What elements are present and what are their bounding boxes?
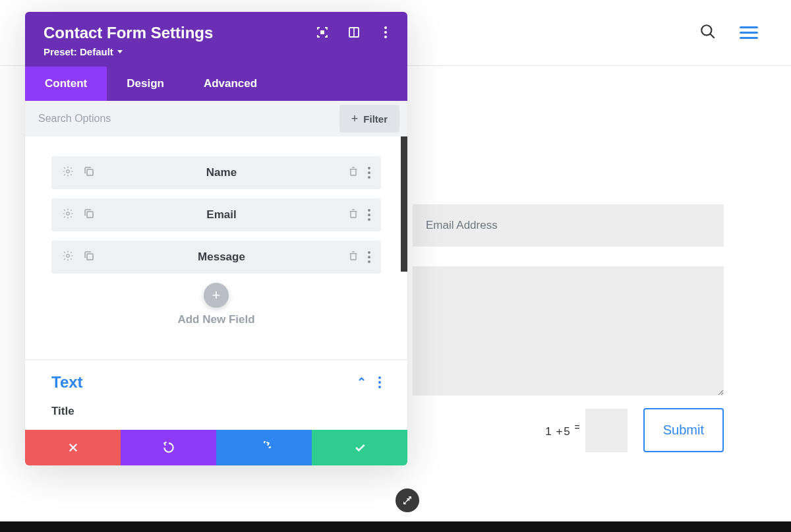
search-icon[interactable]: [699, 23, 717, 43]
svg-line-1: [710, 34, 715, 38]
field-label: Message: [95, 251, 348, 264]
redo-button[interactable]: [216, 430, 312, 465]
gear-icon[interactable]: [62, 250, 74, 264]
submit-button[interactable]: Submit: [643, 408, 724, 452]
search-options-input[interactable]: [25, 102, 339, 135]
fields-section: Name Email: [25, 136, 407, 343]
preset-selector[interactable]: Preset: Default: [44, 46, 389, 57]
trash-icon[interactable]: [348, 165, 359, 180]
footer-bar: [0, 521, 791, 532]
responsive-view-icon[interactable]: [348, 26, 360, 38]
field-label: Name: [95, 166, 348, 179]
more-icon[interactable]: [368, 209, 370, 221]
more-icon[interactable]: [368, 251, 370, 263]
tab-design[interactable]: Design: [107, 67, 184, 101]
expand-icon: [401, 494, 413, 506]
panel-body: Name Email: [25, 136, 407, 430]
caret-down-icon: [117, 50, 123, 53]
tab-content[interactable]: Content: [25, 67, 107, 101]
svg-rect-6: [87, 169, 93, 175]
submit-row: 1 +5 = Submit: [413, 408, 724, 452]
svg-rect-2: [321, 31, 324, 34]
redo-icon: [258, 441, 271, 454]
undo-button[interactable]: [121, 430, 216, 465]
settings-panel: Contact Form Settings Preset: Default: [25, 12, 407, 465]
gear-icon[interactable]: [62, 165, 74, 180]
add-field-label: Add New Field: [51, 313, 381, 326]
duplicate-icon[interactable]: [83, 250, 95, 264]
duplicate-icon[interactable]: [83, 208, 95, 222]
svg-rect-4: [353, 28, 355, 37]
contact-form-preview: 1 +5 = Submit: [413, 204, 724, 452]
add-field-button[interactable]: +: [204, 283, 229, 308]
chevron-up-icon[interactable]: ⌃: [357, 375, 366, 390]
close-icon: [67, 442, 79, 454]
plus-icon: +: [351, 113, 359, 125]
more-icon[interactable]: [368, 167, 370, 179]
field-item[interactable]: Message: [51, 241, 381, 274]
more-icon[interactable]: [378, 376, 381, 388]
snap-icon[interactable]: [316, 26, 328, 38]
svg-point-7: [67, 212, 70, 216]
hamburger-menu-icon[interactable]: [740, 26, 758, 39]
tab-advanced[interactable]: Advanced: [184, 67, 277, 101]
check-icon: [353, 441, 366, 454]
trash-icon[interactable]: [348, 208, 359, 222]
message-field[interactable]: [413, 266, 724, 396]
plus-icon: +: [212, 288, 221, 303]
svg-point-5: [67, 170, 70, 173]
svg-rect-10: [87, 254, 93, 260]
undo-icon: [162, 441, 175, 454]
settings-tabs: Content Design Advanced: [25, 67, 407, 101]
panel-action-bar: [25, 430, 407, 465]
trash-icon[interactable]: [348, 250, 359, 264]
svg-rect-8: [87, 212, 93, 218]
title-label: Title: [51, 405, 381, 418]
save-button[interactable]: [312, 430, 407, 465]
resize-handle[interactable]: [396, 488, 419, 512]
scrollbar[interactable]: [401, 136, 407, 272]
svg-point-0: [701, 25, 711, 35]
cancel-button[interactable]: [25, 430, 121, 465]
field-label: Email: [95, 208, 348, 222]
email-field[interactable]: [413, 204, 724, 247]
text-section: Text ⌃ Title: [25, 360, 407, 430]
panel-header: Contact Form Settings Preset: Default: [25, 12, 407, 67]
duplicate-icon[interactable]: [83, 165, 95, 180]
captcha-input[interactable]: [585, 409, 628, 452]
captcha-text: 1 +5 =: [545, 422, 580, 438]
search-row: + Filter: [25, 101, 407, 136]
filter-button[interactable]: + Filter: [339, 105, 399, 133]
panel-header-icons: [316, 26, 392, 38]
gear-icon[interactable]: [62, 208, 74, 222]
text-section-heading[interactable]: Text: [51, 373, 83, 392]
field-item[interactable]: Email: [51, 198, 381, 231]
more-options-icon[interactable]: [380, 26, 392, 38]
field-item[interactable]: Name: [51, 156, 381, 189]
svg-point-9: [67, 254, 70, 258]
